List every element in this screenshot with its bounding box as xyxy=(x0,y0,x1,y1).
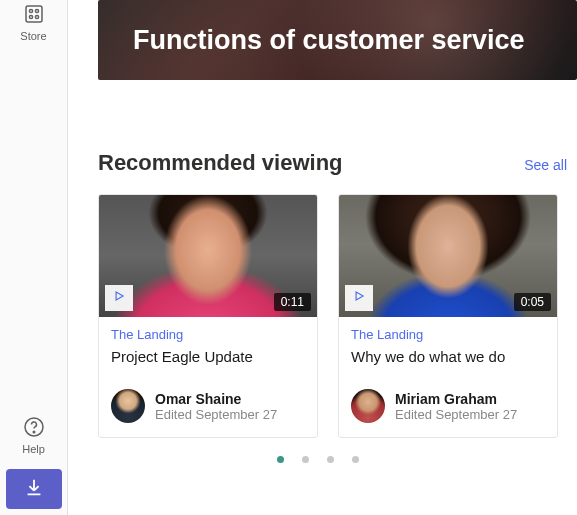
video-title: Project Eagle Update xyxy=(111,348,305,365)
carousel-dot[interactable] xyxy=(277,456,284,463)
sidebar-bottom: Help xyxy=(0,413,67,515)
store-icon xyxy=(22,2,46,30)
video-card[interactable]: 0:05 The Landing Why we do what we do Mi… xyxy=(338,194,558,438)
play-icon xyxy=(112,289,126,307)
edited-date: Edited September 27 xyxy=(395,407,517,422)
help-icon xyxy=(22,415,46,443)
svg-rect-0 xyxy=(26,6,42,22)
avatar[interactable] xyxy=(351,389,385,423)
sidebar: Store Help xyxy=(0,0,68,515)
carousel-dot[interactable] xyxy=(327,456,334,463)
author-name: Omar Shaine xyxy=(155,391,277,407)
channel-link[interactable]: The Landing xyxy=(111,327,305,342)
channel-link[interactable]: The Landing xyxy=(351,327,545,342)
video-card[interactable]: 0:11 The Landing Project Eagle Update Om… xyxy=(98,194,318,438)
card-body: The Landing Project Eagle Update Omar Sh… xyxy=(99,317,317,437)
duration-badge: 0:05 xyxy=(514,293,551,311)
video-thumbnail: 0:11 xyxy=(99,195,317,317)
main-content: Functions of customer service Recommende… xyxy=(68,0,577,515)
section-header: Recommended viewing See all xyxy=(98,150,577,176)
carousel-dots xyxy=(98,456,577,463)
author-name: Miriam Graham xyxy=(395,391,517,407)
video-cards: 0:11 The Landing Project Eagle Update Om… xyxy=(98,194,577,438)
avatar[interactable] xyxy=(111,389,145,423)
play-icon xyxy=(352,289,366,307)
sidebar-store[interactable]: Store xyxy=(0,0,67,50)
video-thumbnail: 0:05 xyxy=(339,195,557,317)
sidebar-help[interactable]: Help xyxy=(0,413,67,463)
hero-title: Functions of customer service xyxy=(133,25,525,56)
edited-date: Edited September 27 xyxy=(155,407,277,422)
author-row: Omar Shaine Edited September 27 xyxy=(111,389,305,423)
card-body: The Landing Why we do what we do Miriam … xyxy=(339,317,557,437)
author-row: Miriam Graham Edited September 27 xyxy=(351,389,545,423)
play-button[interactable] xyxy=(105,285,133,311)
hero-banner[interactable]: Functions of customer service xyxy=(98,0,577,80)
sidebar-help-label: Help xyxy=(22,443,45,455)
section-title: Recommended viewing xyxy=(98,150,343,176)
svg-point-4 xyxy=(35,15,38,18)
sidebar-store-label: Store xyxy=(20,30,46,42)
duration-badge: 0:11 xyxy=(274,293,311,311)
author-meta: Miriam Graham Edited September 27 xyxy=(395,391,517,422)
carousel-dot[interactable] xyxy=(302,456,309,463)
download-icon xyxy=(23,476,45,502)
video-title: Why we do what we do xyxy=(351,348,545,365)
svg-point-1 xyxy=(29,9,32,12)
download-button[interactable] xyxy=(6,469,62,509)
author-meta: Omar Shaine Edited September 27 xyxy=(155,391,277,422)
see-all-link[interactable]: See all xyxy=(524,157,567,173)
play-button[interactable] xyxy=(345,285,373,311)
svg-point-3 xyxy=(29,15,32,18)
carousel-dot[interactable] xyxy=(352,456,359,463)
svg-point-2 xyxy=(35,9,38,12)
svg-point-6 xyxy=(33,431,35,433)
